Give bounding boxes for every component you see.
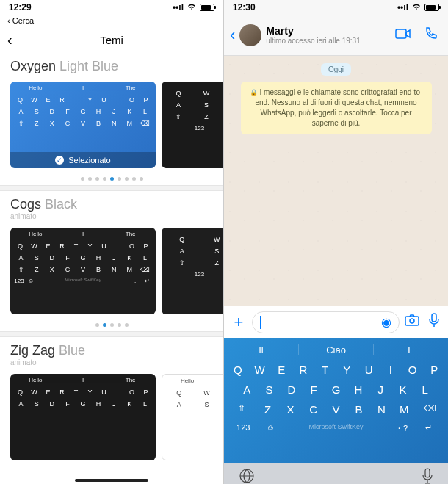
lock-icon: 🔒 (250, 89, 258, 96)
contact-name: Marty (266, 25, 386, 37)
theme-row-cogs[interactable]: HelloIThe QWERTYUIOP ASDFGHJKL ⇧ZXCVBNM⌫… (0, 223, 223, 319)
contact-info[interactable]: Marty ultimo accesso ieri alle 19:31 (266, 25, 386, 45)
whatsapp-chat-screen: 12:30 ••ıl ‹ Marty ultimo accesso ieri a… (224, 0, 448, 484)
theme-header-zigzag: Zig Zag Blue animato (0, 337, 223, 369)
pagination-dots-cogs[interactable] (0, 319, 223, 331)
battery-icon (200, 4, 214, 11)
status-time: 12:30 (233, 2, 256, 12)
suggestion-2[interactable]: Ciao (299, 344, 374, 355)
dictation-mic-icon[interactable] (422, 468, 433, 485)
mic-icon[interactable] (424, 313, 444, 331)
chat-header: ‹ Marty ultimo accesso ieri alle 19:31 (224, 15, 448, 56)
back-search[interactable]: ‹ Cerca (0, 15, 223, 26)
avatar[interactable] (239, 24, 261, 46)
divider (0, 185, 223, 191)
signal-icon: ••ıl (173, 2, 184, 12)
punct-key: ・? (391, 423, 413, 434)
globe-icon[interactable] (239, 468, 255, 485)
nav-bar: ‹ Temi (0, 26, 223, 53)
shift-key: ⇧ (227, 403, 256, 416)
sticker-icon[interactable]: ◉ (381, 315, 391, 329)
message-input[interactable]: ◉ (252, 311, 400, 333)
divider (0, 331, 223, 337)
text-cursor (260, 316, 261, 329)
attach-plus-icon[interactable]: + (228, 313, 249, 332)
numbers-key: 123 (227, 423, 260, 434)
status-bar: 12:29 ••ıl (0, 0, 223, 15)
keyboard-row-3[interactable]: ⇧ ZXCVBNM ⌫ (224, 400, 448, 419)
back-chevron-icon[interactable]: ‹ (230, 26, 235, 45)
svg-rect-1 (405, 317, 419, 325)
suggestion-bar[interactable]: Il Ciao E (224, 339, 448, 360)
enter-key: ↵ (412, 423, 445, 434)
chat-messages-area[interactable]: Oggi 🔒 I messaggi e le chiamate sono cri… (224, 56, 448, 306)
suggestion-1[interactable]: Il (224, 344, 299, 355)
theme-row-oxygen[interactable]: HelloIThe QWERTYUIOP ASDFGHJKL ⇧ZXCVBNM⌫… (0, 77, 223, 173)
suggestion-3[interactable]: E (374, 344, 448, 355)
camera-icon[interactable] (402, 314, 422, 330)
backspace-key: ⌫ (416, 403, 445, 416)
selected-badge: ✓Selezionato (10, 152, 156, 168)
theme-row-zigzag[interactable]: HelloIThe QWERTYUIOP ASDFGHJKL Hello QWE… (0, 369, 223, 465)
pagination-dots-oxygen[interactable] (0, 173, 223, 185)
nav-title: Temi (100, 34, 123, 46)
keyboard-preview-cogs-1[interactable]: HelloIThe QWERTYUIOP ASDFGHJKL ⇧ZXCVBNM⌫… (10, 228, 156, 314)
date-badge: Oggi (321, 63, 351, 76)
keyboard-preview-zigzag-2[interactable]: Hello QWERT ASDFG (162, 374, 223, 460)
space-key: Microsoft SwiftKey (281, 423, 391, 434)
svg-point-2 (410, 319, 414, 323)
keyboard-row-2[interactable]: ASDFGHJKL (224, 380, 448, 400)
svg-rect-3 (432, 314, 436, 322)
keyboard-preview-oxygen-2[interactable]: QWERT ASDFG ⇧ZXCV 123☺ (162, 82, 223, 168)
status-bar: 12:30 ••ıl (224, 0, 448, 15)
wifi-icon (411, 2, 422, 12)
keyboard-preview-oxygen-selected[interactable]: HelloIThe QWERTYUIOP ASDFGHJKL ⇧ZXCVBNM⌫… (10, 82, 156, 168)
svg-rect-0 (396, 29, 406, 38)
home-indicator[interactable] (75, 479, 148, 482)
keyboard-row-4[interactable]: 123 ☺ Microsoft SwiftKey ・? ↵ (224, 419, 448, 438)
keyboard-preview-zigzag-1[interactable]: HelloIThe QWERTYUIOP ASDFGHJKL (10, 374, 156, 460)
wifi-icon (187, 2, 197, 12)
status-time: 12:29 (9, 2, 32, 12)
swiftkey-keyboard[interactable]: Il Ciao E QWERTYUIOP ASDFGHJKL ⇧ ZXCVBNM… (224, 338, 448, 463)
keyboard-preview-cogs-2[interactable]: QWER ASDF ⇧ZXC 123☺ (162, 228, 223, 314)
keyboard-bottom-bar (224, 463, 448, 484)
theme-header-cogs: Cogs Black animato (0, 191, 223, 223)
keyboard-row-1[interactable]: QWERTYUIOP (224, 360, 448, 380)
check-icon: ✓ (55, 156, 64, 165)
encryption-notice[interactable]: 🔒 I messaggi e le chiamate sono crittogr… (241, 82, 432, 134)
contact-status: ultimo accesso ieri alle 19:31 (266, 37, 386, 45)
video-call-icon[interactable] (391, 27, 416, 43)
signal-icon: ••ıl (397, 2, 408, 12)
theme-header-oxygen: Oxygen Light Blue (0, 53, 223, 77)
battery-icon (424, 4, 439, 11)
voice-call-icon[interactable] (420, 26, 442, 43)
themes-screen: 12:29 ••ıl ‹ Cerca ‹ Temi Oxygen Light B… (0, 0, 224, 484)
emoji-key: ☺ (260, 423, 282, 434)
svg-rect-5 (425, 469, 430, 477)
message-input-bar: + ◉ (224, 306, 448, 338)
back-chevron-icon[interactable]: ‹ (7, 32, 12, 48)
